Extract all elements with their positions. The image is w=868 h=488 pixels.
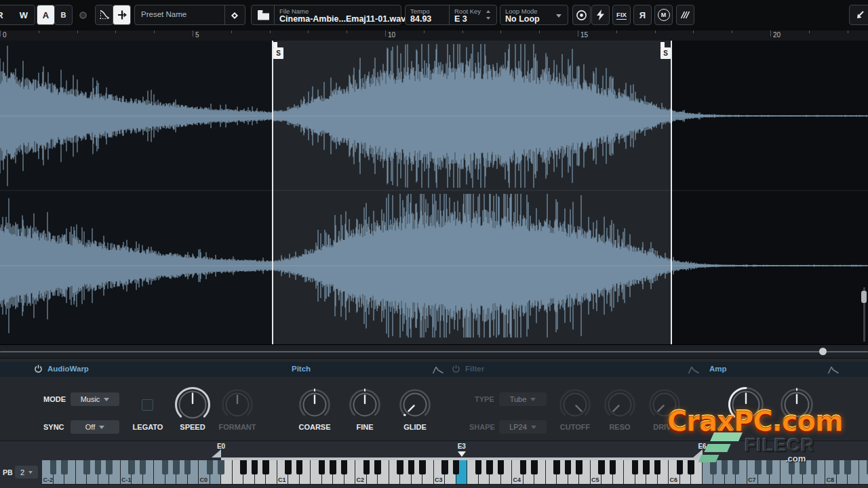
pitch-envelope-icon[interactable] (432, 365, 444, 374)
write-automation-button[interactable]: W (12, 5, 36, 25)
piano-black-key[interactable] (240, 460, 247, 474)
read-automation-button[interactable]: R (0, 5, 12, 25)
legato-checkbox[interactable] (142, 399, 153, 411)
piano-black-key[interactable] (319, 460, 326, 474)
piano-black-key[interactable] (262, 460, 269, 474)
filter-type-select[interactable]: Tube (499, 392, 547, 406)
piano-black-key[interactable] (486, 460, 493, 474)
ab-switch-a-button[interactable]: A (37, 5, 55, 25)
sync-select[interactable]: Off (71, 420, 119, 434)
bypass-icon[interactable] (79, 11, 87, 20)
piano-black-key[interactable] (598, 460, 605, 474)
piano-black-key[interactable] (330, 460, 336, 474)
piano-black-key[interactable] (397, 460, 403, 474)
piano-black-key[interactable] (252, 460, 258, 474)
snap-zero-crossing-button[interactable] (113, 5, 131, 25)
load-file-folder-icon[interactable] (257, 9, 270, 21)
piano-black-key[interactable] (531, 460, 538, 474)
piano-black-key[interactable] (83, 460, 90, 474)
piano-black-key[interactable] (553, 460, 560, 474)
horizontal-zoom-handle[interactable] (819, 348, 827, 355)
amp-envelope-icon[interactable] (827, 365, 840, 374)
auto-play-button[interactable] (591, 5, 610, 25)
sync-label: SYNC (43, 423, 64, 431)
preset-diamond-icon[interactable] (229, 10, 240, 21)
mono-button[interactable]: M (654, 5, 673, 25)
open-in-editor-button[interactable] (849, 5, 868, 25)
start-flag-label: S (276, 49, 281, 57)
reverse-button[interactable]: Я (633, 5, 652, 25)
vertical-zoom-handle[interactable] (861, 291, 867, 303)
piano-black-key[interactable] (140, 460, 146, 474)
piano-black-key[interactable] (173, 460, 180, 474)
file-name-value[interactable]: Cinema-Ambie...Emaj11-01.wav (279, 14, 406, 24)
piano-black-key[interactable] (453, 460, 460, 474)
timeline-ruler[interactable]: 05101520 (0, 30, 868, 41)
piano-black-key[interactable] (363, 460, 370, 474)
piano-black-key[interactable] (688, 460, 694, 474)
piano-black-key[interactable] (632, 460, 639, 474)
fixed-pitch-button[interactable]: FIX (612, 5, 631, 25)
loop-mode-select[interactable]: Loop Mode No Loop (500, 5, 568, 25)
ab-switch-b-button[interactable]: B (54, 5, 73, 25)
piano-black-key[interactable] (61, 460, 68, 474)
coarse-knob[interactable] (298, 388, 332, 424)
piano-black-key[interactable] (565, 460, 572, 474)
piano-black-key[interactable] (654, 460, 661, 474)
piano-black-key[interactable] (95, 460, 102, 474)
filter-envelope-icon[interactable] (688, 365, 700, 374)
piano-black-key[interactable] (218, 460, 224, 474)
piano-black-key[interactable] (128, 460, 135, 474)
piano-black-key[interactable] (184, 460, 191, 474)
formant-knob[interactable] (220, 388, 254, 424)
piano-black-key[interactable] (285, 460, 292, 474)
waveform-display[interactable]: S S (0, 41, 868, 344)
piano-black-key[interactable] (374, 460, 381, 474)
sample-end-marker[interactable]: S (660, 47, 671, 59)
root-key-marker[interactable] (458, 451, 466, 457)
speed-knob[interactable] (174, 386, 212, 426)
filter-shape-select[interactable]: LP24 (499, 420, 547, 434)
mode-select[interactable]: Music (71, 392, 119, 406)
root-key-value[interactable]: E 3 (454, 14, 467, 24)
piano-black-key[interactable] (844, 460, 851, 474)
piano-black-key[interactable] (643, 460, 650, 474)
sample-start-marker[interactable]: S (273, 47, 283, 59)
piano-black-key[interactable] (475, 460, 482, 474)
fine-knob[interactable] (348, 388, 382, 424)
filter-power-icon[interactable] (452, 365, 460, 373)
range-start-marker[interactable] (212, 449, 221, 458)
piano-black-key[interactable] (341, 460, 348, 474)
piano-black-key[interactable] (677, 460, 684, 474)
piano-black-key[interactable] (576, 460, 583, 474)
fade-curve-button[interactable] (95, 5, 113, 25)
mode-dropdown-icon (104, 398, 109, 401)
root-key-decrement-icon[interactable] (486, 17, 490, 20)
piano-black-key[interactable] (162, 460, 169, 474)
piano-black-key[interactable] (207, 460, 214, 474)
root-key-increment-icon[interactable] (486, 10, 490, 13)
audiowarp-power-icon[interactable] (34, 365, 43, 373)
piano-black-key[interactable] (408, 460, 415, 474)
piano-black-key[interactable] (498, 460, 505, 474)
slice-button[interactable] (676, 5, 694, 25)
reso-knob[interactable] (603, 388, 637, 424)
pitchbend-select[interactable]: 2 (15, 466, 38, 479)
piano-black-key[interactable] (441, 460, 448, 474)
horizontal-zoom-slider[interactable] (0, 351, 868, 352)
sampler-control-window: R W A B Preset Name (0, 0, 868, 488)
piano-black-key[interactable] (610, 460, 616, 474)
piano-black-key[interactable] (50, 460, 57, 474)
tempo-value[interactable]: 84.93 (410, 14, 431, 24)
glide-knob[interactable] (398, 388, 432, 424)
preset-name-field[interactable]: Preset Name (134, 5, 245, 25)
piano-black-key[interactable] (520, 460, 527, 474)
ruler-tick (347, 30, 347, 33)
formant-knob-label: FORMANT (203, 423, 271, 431)
key-range-bar[interactable] (221, 458, 703, 460)
piano-black-key[interactable] (296, 460, 303, 474)
piano-black-key[interactable] (419, 460, 426, 474)
piano-black-key[interactable] (106, 460, 113, 474)
cutoff-knob[interactable] (558, 388, 592, 424)
monitor-button[interactable] (572, 5, 591, 25)
